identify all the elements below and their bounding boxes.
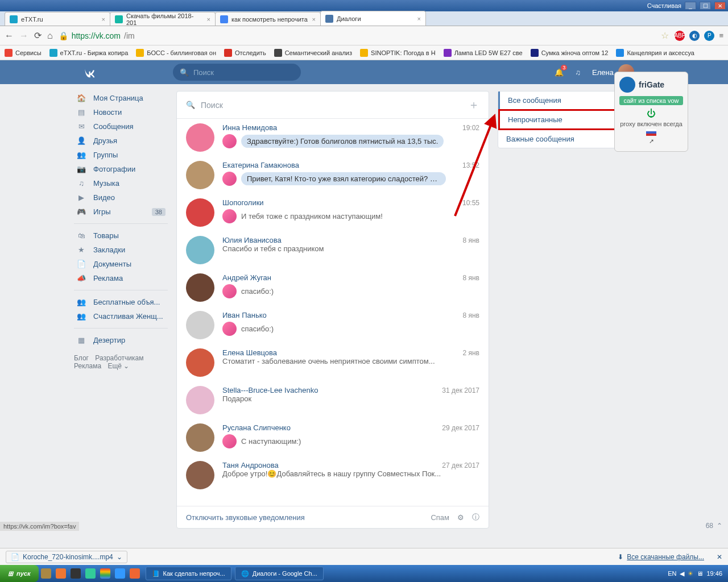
quick-launch-6[interactable]: [115, 568, 125, 579]
bookmark-item[interactable]: eTXT.ru - Биржа копира: [49, 49, 129, 57]
dialog-item[interactable]: Шопоголики10:55И тебя тоже с праздником …: [177, 194, 489, 231]
download-item[interactable]: 📄 Koroche_720-kinosimk....mp4 ⌄: [6, 551, 127, 563]
close-icon[interactable]: ×: [417, 15, 421, 22]
footer-dev[interactable]: Разработчикам: [95, 354, 143, 362]
language-indicator[interactable]: EN: [668, 570, 676, 577]
bookmark-item[interactable]: Лампа LED 5W E27 све: [444, 49, 523, 57]
sidebar-item[interactable]: 👥Бесплатные объя...: [74, 295, 168, 309]
chevron-down-icon[interactable]: ⌄: [117, 553, 122, 561]
left-sidebar: 🏠Моя Страница▤Новости✉Сообщения👤Друзья👥Г…: [74, 91, 168, 529]
browser-tab[interactable]: Диалоги×: [320, 11, 426, 26]
sidebar-item[interactable]: ✉Сообщения: [74, 119, 168, 134]
music-icon[interactable]: ♫: [575, 68, 581, 77]
dialog-item[interactable]: Андрей Жуган8 янвспасибо:): [177, 269, 489, 306]
arrow-icon[interactable]: ➚: [649, 138, 654, 145]
bookmark-item[interactable]: БОСС - биллинговая он: [136, 49, 216, 57]
sidebar-item[interactable]: 🎮Игры38: [74, 205, 168, 219]
spam-link[interactable]: Спам: [431, 513, 449, 522]
sidebar-item[interactable]: ★Закладки: [74, 243, 168, 257]
sidebar-item[interactable]: ▶Видео: [74, 190, 168, 205]
home-button[interactable]: ⌂: [47, 31, 53, 41]
url-field[interactable]: 🔒 https://vk.com/im: [59, 31, 656, 40]
filter-important[interactable]: Важные сообщения: [498, 130, 628, 148]
taskbar-task-1[interactable]: 📘Как сделать непроч...: [146, 567, 231, 580]
abp-icon[interactable]: ABP: [675, 31, 685, 41]
bookmark-item[interactable]: Отследить: [224, 49, 266, 57]
frigate-ext-icon[interactable]: ◐: [689, 31, 700, 41]
dialog-item[interactable]: Елена Шевцова2 янвСтоматит - заболевание…: [177, 344, 489, 381]
sidebar-item[interactable]: ▤Новости: [74, 105, 168, 119]
taskbar-task-2[interactable]: 🌐Диалоги - Google Ch...: [235, 567, 324, 580]
quick-launch-3[interactable]: [71, 568, 81, 579]
info-icon[interactable]: ⓘ: [472, 512, 479, 522]
dialogs-search-input[interactable]: [201, 101, 468, 110]
window-close[interactable]: ✕: [714, 2, 726, 10]
filter-all[interactable]: Все сообщения: [498, 92, 628, 109]
sidebar-item[interactable]: 👥Группы: [74, 148, 168, 162]
quick-launch-7[interactable]: [130, 568, 140, 579]
ext-p-icon[interactable]: P: [704, 31, 714, 41]
bookmark-item[interactable]: Сервисы: [5, 49, 42, 57]
sidebar-item[interactable]: ▦Дезертир: [74, 333, 168, 347]
sidebar-item[interactable]: 👤Друзья: [74, 134, 168, 148]
quick-launch-1[interactable]: [41, 568, 51, 579]
frigate-panel[interactable]: friGate сайт из списка vow ⏻ proxy включ…: [614, 72, 688, 152]
quick-launch-2[interactable]: [56, 568, 66, 579]
gear-icon[interactable]: ⚙: [457, 513, 464, 522]
chrome-icon[interactable]: [100, 568, 110, 579]
dialog-item[interactable]: Иван Панько8 янвспасибо:): [177, 306, 489, 344]
sidebar-item[interactable]: ♫Музыка: [74, 176, 168, 190]
close-icon[interactable]: ×: [207, 16, 210, 23]
close-icon[interactable]: ×: [102, 16, 105, 23]
vk-search[interactable]: 🔍: [173, 64, 301, 81]
back-button[interactable]: ←: [5, 31, 14, 41]
power-icon[interactable]: ⏻: [647, 109, 656, 119]
start-button[interactable]: ⊞пуск: [0, 565, 39, 582]
dialog-item[interactable]: Stella---Bruce-Lee Ivachenko31 дек 2017П…: [177, 381, 489, 419]
bookmark-item[interactable]: SINOPTIK: Погода в Н: [360, 49, 436, 57]
forward-button[interactable]: →: [19, 31, 28, 41]
sidebar-item[interactable]: 📣Реклама: [74, 271, 168, 285]
reload-button[interactable]: ⟳: [34, 30, 42, 41]
scroll-to-top[interactable]: 68⌃: [706, 522, 722, 530]
new-dialog-button[interactable]: ＋: [468, 97, 479, 113]
dialog-item[interactable]: Екатерина Гамаюнова13:52Привет, Катя! Кт…: [177, 156, 489, 194]
clock[interactable]: 19:46: [706, 570, 722, 577]
dialog-item[interactable]: Инна Немидова19:02Здравствуйте:) Готов б…: [177, 119, 489, 156]
quick-launch-4[interactable]: [85, 568, 96, 579]
menu-icon[interactable]: ≡: [719, 31, 723, 40]
star-icon[interactable]: ☆: [661, 30, 669, 41]
close-icon[interactable]: ✕: [717, 553, 722, 561]
dialog-item[interactable]: Руслана Слипченко29 дек 2017С наступающи…: [177, 419, 489, 456]
footer-blog[interactable]: Блог: [74, 354, 89, 362]
all-downloads-link[interactable]: Все скачанные файлы...: [627, 553, 704, 561]
tray-icon-3[interactable]: 🖥: [697, 570, 703, 577]
filter-unread[interactable]: Непрочитанные: [498, 109, 628, 130]
window-minimize[interactable]: _: [685, 2, 696, 10]
sidebar-item[interactable]: 🛍Товары: [74, 228, 168, 243]
dialog-message: Стоматит - заболевание очень неприятное …: [222, 357, 479, 365]
dialog-item[interactable]: Юлия Иванисова8 янвСпасибо и тебя с праз…: [177, 231, 489, 269]
sidebar-item[interactable]: 📄Документы: [74, 257, 168, 271]
notifications-icon[interactable]: 🔔3: [555, 68, 564, 77]
window-maximize[interactable]: ☐: [700, 2, 711, 10]
window-titlebar: Счастливая _ ☐ ✕: [0, 0, 728, 11]
footer-more[interactable]: Ещё ⌄: [107, 362, 129, 370]
close-icon[interactable]: ×: [312, 16, 316, 23]
tray-icon-2[interactable]: ☀: [688, 570, 693, 577]
browser-tab[interactable]: как посмотреть непрочита×: [215, 12, 321, 26]
tray-icon-1[interactable]: ◀: [680, 570, 684, 577]
vk-search-input[interactable]: [193, 68, 289, 77]
bookmark-item[interactable]: Сумка жіноча оптом 12: [531, 49, 609, 57]
footer-ads[interactable]: Реклама: [74, 362, 101, 370]
mute-link[interactable]: Отключить звуковые уведомления: [186, 513, 305, 522]
sidebar-item[interactable]: 👥Счастливая Женщ...: [74, 309, 168, 323]
dialog-item[interactable]: Таня Андронова27 дек 2017Доброе утро!😊До…: [177, 456, 489, 494]
sidebar-item[interactable]: 🏠Моя Страница: [74, 91, 168, 105]
browser-tab[interactable]: Скачать фильмы 2018-201×: [110, 12, 216, 26]
browser-tab[interactable]: eTXT.ru×: [5, 12, 110, 26]
bookmark-item[interactable]: Канцелярия и аксессуа: [616, 49, 694, 57]
sidebar-item[interactable]: 📷Фотографии: [74, 162, 168, 176]
vk-logo[interactable]: [83, 64, 99, 80]
bookmark-item[interactable]: Семантический анализ: [274, 49, 352, 57]
